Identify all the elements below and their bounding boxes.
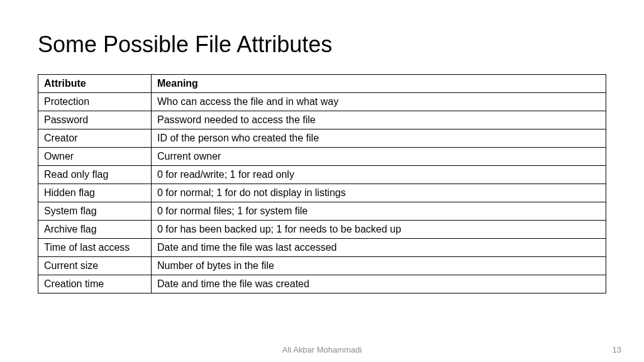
attributes-table: Attribute Meaning ProtectionWho can acce… <box>38 74 606 293</box>
table-row: Creation timeDate and time the file was … <box>38 275 606 293</box>
table-header-attribute: Attribute <box>38 75 152 93</box>
table-row: ProtectionWho can access the file and in… <box>38 93 606 111</box>
cell-attribute: Owner <box>38 148 152 166</box>
table-header-row: Attribute Meaning <box>38 75 606 93</box>
cell-attribute: Creator <box>38 129 152 148</box>
table-row: Archive flag0 for has been backed up; 1 … <box>38 221 606 239</box>
page-number: 13 <box>613 345 621 354</box>
cell-meaning: Password needed to access the file <box>152 111 606 129</box>
cell-attribute: Creation time <box>38 275 152 293</box>
cell-attribute: Archive flag <box>38 221 152 239</box>
table-row: System flag0 for normal files; 1 for sys… <box>38 202 606 221</box>
cell-attribute: Read only flag <box>38 166 152 184</box>
cell-meaning: 0 for read/write; 1 for read only <box>152 166 606 184</box>
table-row: OwnerCurrent owner <box>38 148 606 166</box>
cell-attribute: Hidden flag <box>38 184 152 202</box>
cell-attribute: Time of last access <box>38 239 152 257</box>
cell-meaning: Date and time the file was created <box>152 275 606 293</box>
cell-meaning: Current owner <box>152 148 606 166</box>
table-row: PasswordPassword needed to access the fi… <box>38 111 606 129</box>
cell-attribute: System flag <box>38 202 152 221</box>
cell-meaning: 0 for normal; 1 for do not display in li… <box>152 184 606 202</box>
cell-meaning: 0 for has been backed up; 1 for needs to… <box>152 221 606 239</box>
cell-attribute: Password <box>38 111 152 129</box>
table-row: Read only flag0 for read/write; 1 for re… <box>38 166 606 184</box>
cell-meaning: Date and time the file was last accessed <box>152 239 606 257</box>
cell-meaning: 0 for normal files; 1 for system file <box>152 202 606 221</box>
cell-attribute: Current size <box>38 257 152 275</box>
table-row: Current sizeNumber of bytes in the file <box>38 257 606 275</box>
cell-meaning: Number of bytes in the file <box>152 257 606 275</box>
cell-meaning: ID of the person who created the file <box>152 129 606 148</box>
table-row: CreatorID of the person who created the … <box>38 129 606 148</box>
table-row: Hidden flag0 for normal; 1 for do not di… <box>38 184 606 202</box>
cell-attribute: Protection <box>38 93 152 111</box>
cell-meaning: Who can access the file and in what way <box>152 93 606 111</box>
table-header-meaning: Meaning <box>152 75 606 93</box>
slide-title: Some Possible File Attributes <box>38 31 606 58</box>
footer-author: Ali Akbar Mohammadi <box>0 345 644 354</box>
table-row: Time of last accessDate and time the fil… <box>38 239 606 257</box>
